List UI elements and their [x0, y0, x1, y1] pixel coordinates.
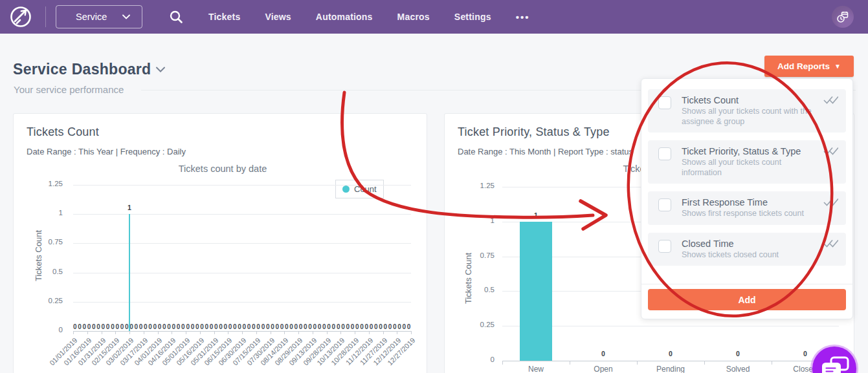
zero-data-label: 0 [388, 323, 392, 330]
zero-data-label: 0 [73, 323, 77, 330]
zero-data-label: 0 [83, 323, 87, 330]
category-label-new: New [502, 365, 570, 373]
card-subtitle: Date Range : This Month | Report Type : … [458, 147, 633, 156]
zero-data-label: 0 [102, 323, 106, 330]
x-axis-tick [411, 331, 412, 334]
x-axis-tick [355, 331, 355, 334]
card-subtitle: Date Range : This Year | Frequency : Dai… [27, 147, 186, 156]
add-reports-button[interactable]: Add Reports ▼ [764, 56, 854, 77]
x-axis-tick [115, 331, 116, 334]
double-check-icon [823, 147, 838, 156]
x-axis-tick [144, 331, 144, 334]
checkbox[interactable] [658, 198, 671, 211]
report-option-title: Closed Time [682, 239, 779, 250]
nav-item-macros[interactable]: Macros [397, 12, 430, 22]
zero-data-label: 0 [384, 323, 388, 330]
y-tick-label: 1.25 [456, 182, 495, 189]
product-switcher-dropdown[interactable]: Service [56, 5, 142, 28]
x-axis-tick [214, 331, 215, 334]
chat-widget-button[interactable] [810, 344, 859, 373]
x-axis-tick [369, 331, 370, 334]
y-tick-label: 1.25 [24, 180, 63, 187]
zero-data-label: 0 [285, 323, 289, 330]
zero-data-label: 0 [224, 323, 228, 330]
y-tick-label: 0.25 [24, 297, 63, 304]
zero-data-label: 0 [337, 323, 340, 330]
schedule-clock-calendar-icon[interactable] [832, 6, 854, 28]
y-tick-label: 0 [24, 326, 63, 334]
chevron-down-icon [122, 14, 130, 19]
zero-data-label: 0 [129, 323, 133, 330]
y-tick-label: 0.5 [24, 268, 63, 275]
zero-data-label: 0 [327, 323, 331, 330]
top-navbar: Service Tickets Views Automations Macros… [0, 0, 868, 34]
zero-data-label: 0 [111, 323, 115, 330]
nav-item-settings[interactable]: Settings [454, 12, 491, 22]
zero-data-label: 0 [153, 323, 157, 330]
card-title: Tickets Count [27, 125, 99, 139]
zero-data-label: 0 [341, 323, 345, 330]
zero-data-label: 0 [294, 323, 298, 330]
brand-logo[interactable] [8, 5, 33, 29]
x-axis-tick [340, 331, 341, 334]
x-axis-tick [284, 331, 285, 334]
zero-data-label: 0 [351, 323, 355, 330]
page-title-chevron-down-icon[interactable] [155, 66, 166, 73]
y-tick-label: 0.75 [456, 251, 495, 259]
zero-data-label: 0 [148, 323, 152, 330]
report-option-description: Shows tickets closed count [682, 250, 779, 261]
zero-data-label: 0 [733, 350, 742, 357]
data-label: 1 [125, 204, 134, 211]
report-option-description: Shows first response tickets count [682, 209, 804, 219]
y-tick-label: 0 [456, 356, 495, 363]
nav-item-views[interactable]: Views [265, 12, 291, 22]
add-button[interactable]: Add [648, 289, 846, 310]
checkbox[interactable] [658, 240, 671, 253]
gridline [502, 361, 839, 361]
zero-data-label: 0 [304, 323, 307, 330]
zero-data-label: 0 [233, 323, 237, 330]
zero-data-label: 0 [666, 350, 675, 357]
zero-data-label: 0 [407, 323, 411, 330]
zero-data-label: 0 [275, 323, 279, 330]
x-axis-tick [87, 331, 88, 334]
zero-data-label: 0 [228, 323, 232, 330]
add-reports-label: Add Reports [777, 61, 830, 71]
zero-data-label: 0 [271, 323, 274, 330]
add-reports-dropdown-panel: Tickets Count Shows all your tickets cou… [641, 78, 853, 319]
nav-more-button[interactable]: ••• [516, 12, 530, 23]
zero-data-label: 0 [266, 323, 270, 330]
double-check-icon [823, 96, 838, 105]
nav-item-tickets[interactable]: Tickets [208, 12, 240, 22]
nav-item-automations[interactable]: Automations [316, 12, 373, 22]
checkbox[interactable] [658, 147, 671, 160]
gridline [73, 185, 411, 186]
search-icon[interactable] [168, 9, 184, 25]
report-option-ticket-priority-status-type[interactable]: Ticket Priority, Status & Type Shows all… [648, 140, 846, 184]
zero-data-label: 0 [346, 323, 350, 330]
x-axis-tick [186, 331, 186, 334]
x-axis-tick [271, 331, 271, 334]
gridline [73, 243, 411, 244]
zero-data-label: 0 [379, 323, 383, 330]
report-option-first-response-time[interactable]: First Response Time Shows first response… [648, 191, 846, 225]
zero-data-label: 0 [139, 323, 143, 330]
zero-data-label: 0 [252, 323, 256, 330]
zero-data-label: 0 [247, 323, 251, 330]
zero-data-labels: 0000000000000000000000000000000000000000… [73, 323, 411, 331]
zero-data-label: 0 [318, 323, 322, 330]
panel-divider [641, 284, 852, 284]
bar-new [520, 222, 552, 361]
x-axis-tick [172, 331, 172, 334]
zero-data-label: 0 [210, 323, 214, 330]
zero-data-label: 0 [200, 323, 204, 330]
zero-data-label: 0 [403, 323, 406, 330]
checkbox[interactable] [658, 96, 671, 109]
y-tick-label: 0.75 [24, 238, 63, 246]
category-label-pending: Pending [637, 365, 704, 373]
gridline [73, 273, 411, 273]
zero-data-label: 0 [360, 323, 364, 330]
zero-data-label: 0 [355, 323, 359, 330]
report-option-tickets-count[interactable]: Tickets Count Shows all your tickets cou… [648, 89, 846, 133]
report-option-closed-time[interactable]: Closed Time Shows tickets closed count [648, 233, 846, 266]
